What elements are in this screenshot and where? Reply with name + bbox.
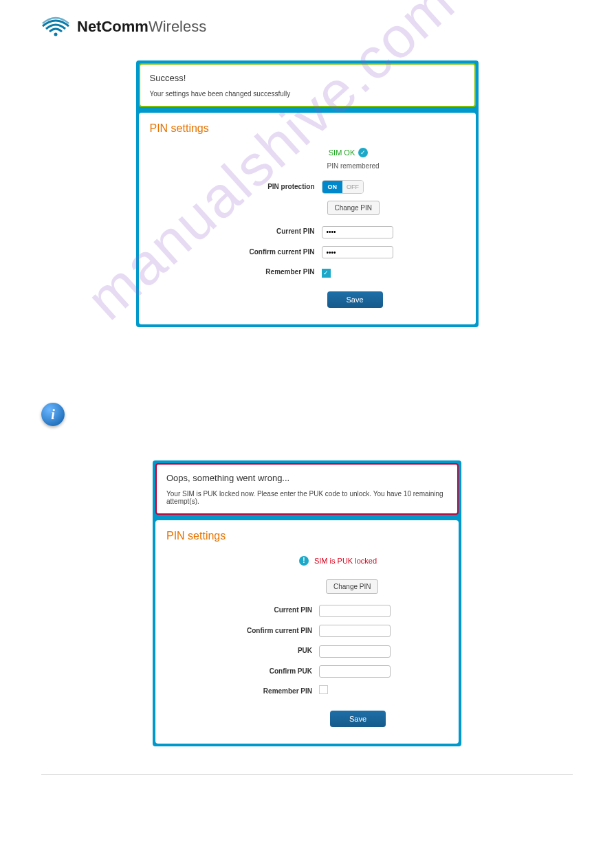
error-banner: Oops, something went wrong... Your SIM i… — [155, 463, 459, 515]
brand-light: Wireless — [149, 18, 206, 35]
error-title: Oops, something went wrong... — [166, 473, 448, 483]
success-title: Success! — [150, 73, 465, 83]
alert-icon: ! — [299, 556, 309, 566]
sim-locked-label: SIM is PUK locked — [314, 557, 377, 565]
error-text: Your SIM is PUK locked now. Please enter… — [166, 490, 448, 505]
toggle-on: ON — [322, 181, 343, 193]
pin-settings-panel-locked: PIN settings ! SIM is PUK locked Change … — [155, 520, 459, 744]
remember-pin-checkbox-2[interactable] — [319, 685, 328, 694]
toggle-off: OFF — [342, 181, 363, 193]
current-pin-label-2: Current PIN — [166, 606, 319, 614]
panel-title: PIN settings — [150, 122, 465, 135]
success-text: Your settings have been changed successf… — [150, 90, 465, 98]
check-icon: ✓ — [358, 148, 368, 157]
footer-divider — [41, 774, 573, 775]
svg-point-0 — [54, 33, 58, 36]
pin-settings-panel: PIN settings SIM OK ✓ PIN remembered PIN… — [139, 113, 476, 324]
current-pin-input[interactable] — [322, 226, 393, 238]
brand-logo: NetCommWireless — [41, 14, 573, 40]
sim-ok-label: SIM OK — [329, 148, 355, 157]
confirm-current-pin-label-2: Confirm current PIN — [166, 627, 319, 634]
info-note: i — [41, 403, 573, 426]
success-banner: Success! Your settings have been changed… — [139, 63, 476, 107]
wifi-logo-icon — [41, 14, 70, 40]
puk-label: PUK — [166, 647, 319, 654]
pin-protection-label: PIN protection — [150, 183, 322, 190]
sim-status-ok: SIM OK ✓ — [329, 148, 369, 157]
pin-protection-toggle[interactable]: ON OFF — [322, 180, 364, 194]
confirm-puk-label: Confirm PUK — [166, 667, 319, 675]
confirm-current-pin-input[interactable] — [322, 246, 393, 258]
save-button[interactable]: Save — [327, 291, 383, 308]
remember-pin-checkbox[interactable]: ✓ — [322, 269, 331, 278]
screenshot-error: Oops, something went wrong... Your SIM i… — [153, 460, 461, 746]
brand-bold: NetComm — [77, 18, 149, 35]
panel-title-locked: PIN settings — [166, 530, 448, 542]
current-pin-input-2[interactable] — [319, 605, 391, 617]
remember-pin-label: Remember PIN — [150, 268, 322, 276]
puk-input[interactable] — [319, 645, 391, 658]
sim-status-locked: ! SIM is PUK locked — [299, 556, 377, 566]
change-pin-button-locked[interactable]: Change PIN — [326, 579, 378, 594]
current-pin-label: Current PIN — [150, 227, 322, 235]
pin-remembered-label: PIN remembered — [327, 162, 465, 170]
confirm-puk-input[interactable] — [319, 665, 391, 678]
change-pin-button[interactable]: Change PIN — [327, 201, 380, 215]
save-button-2[interactable]: Save — [330, 711, 386, 727]
confirm-current-pin-input-2[interactable] — [319, 625, 391, 637]
remember-pin-label-2: Remember PIN — [166, 687, 319, 695]
screenshot-success: Success! Your settings have been changed… — [136, 60, 479, 327]
confirm-current-pin-label: Confirm current PIN — [150, 248, 322, 256]
brand-text: NetCommWireless — [77, 18, 206, 36]
info-icon: i — [41, 403, 65, 426]
